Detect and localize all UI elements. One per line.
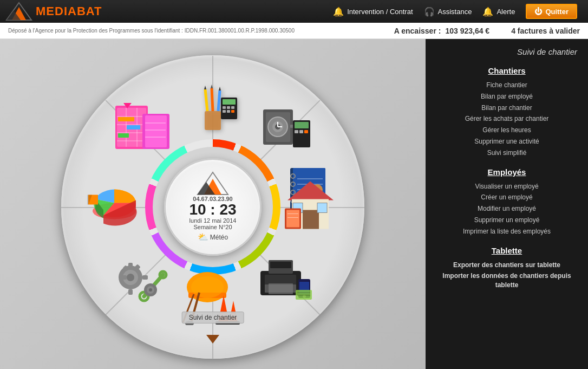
sidebar-item-gerer-achats[interactable]: Gérer les achats par chantier xyxy=(436,113,577,125)
nav-assistance[interactable]: 🎧 Assistance xyxy=(424,7,472,17)
sidebar-section-title-employes: Employés xyxy=(436,167,577,177)
sidebar-title: Suivi de chantier xyxy=(436,47,577,60)
svg-rect-106 xyxy=(145,115,167,147)
svg-rect-78 xyxy=(128,289,133,295)
svg-rect-53 xyxy=(270,262,291,268)
header: MEDIABAT 🔔 Intervention / Contrat 🎧 Assi… xyxy=(0,0,588,23)
svg-rect-17 xyxy=(231,110,234,113)
center-logo-svg xyxy=(197,171,229,196)
sidebar-item-supprimer-employe[interactable]: Supprimer un employé xyxy=(436,215,577,226)
wheel-tooltip-label: Suivi de chantier xyxy=(182,312,244,323)
quit-label: Quitter xyxy=(545,8,569,16)
svg-rect-11 xyxy=(223,99,236,105)
sidebar: Suivi de chantier Chantiers Fiche chanti… xyxy=(426,39,588,369)
seg-top-right[interactable] xyxy=(256,99,316,158)
svg-rect-43 xyxy=(303,210,319,229)
power-icon: ⏻ xyxy=(534,7,542,16)
svg-rect-13 xyxy=(227,106,230,109)
svg-point-64 xyxy=(191,276,224,298)
sidebar-item-supprimer-activite[interactable]: Supprimer une activité xyxy=(436,136,577,147)
nav-intervention[interactable]: 🔔 Intervention / Contrat xyxy=(333,7,413,17)
sidebar-item-visualiser-employe[interactable]: Visualiser un employé xyxy=(436,181,577,192)
svg-rect-12 xyxy=(223,106,226,109)
tagline: Déposé à l'Agence pour la Protection des… xyxy=(8,28,383,34)
sidebar-item-importer-tablette[interactable]: Importer les données de chantiers depuis… xyxy=(436,270,577,291)
main-content: 04.67.03.23.90 10 : 23 lundi 12 mai 2014… xyxy=(0,39,588,369)
amount-label: A encaisser : xyxy=(394,27,441,35)
svg-rect-59 xyxy=(296,290,312,300)
seg-left[interactable] xyxy=(83,176,148,238)
amount-value: 103 923,64 € xyxy=(445,27,489,35)
sidebar-section-chantiers: Chantiers Fiche chantier Bilan par emplo… xyxy=(436,66,577,159)
sidebar-item-creer-employe[interactable]: Créer un employé xyxy=(436,192,577,203)
weather-icon: ⛅ xyxy=(198,232,208,242)
svg-rect-80 xyxy=(142,275,148,280)
center-date: lundi 12 mai 2014 xyxy=(190,217,237,224)
svg-rect-47 xyxy=(286,210,299,228)
seg-top-left[interactable] xyxy=(110,99,175,158)
meteo-label: Météo xyxy=(210,234,228,241)
svg-rect-77 xyxy=(128,263,133,268)
svg-rect-15 xyxy=(223,110,226,113)
nav-links: 🔔 Intervention / Contrat 🎧 Assistance 🔔 … xyxy=(333,4,577,19)
sidebar-item-bilan-employe[interactable]: Bilan par employé xyxy=(436,91,577,102)
wheel-center: 04.67.03.23.90 10 : 23 lundi 12 mai 2014… xyxy=(164,158,262,256)
nav-intervention-label: Intervention / Contrat xyxy=(347,8,413,16)
svg-line-8 xyxy=(218,90,220,111)
svg-rect-101 xyxy=(118,117,134,121)
logo-m: M xyxy=(36,4,46,18)
nav-alerte[interactable]: 🔔 Alerte xyxy=(482,7,515,17)
logo-icon xyxy=(5,2,32,21)
svg-rect-27 xyxy=(295,122,309,128)
svg-rect-30 xyxy=(304,130,308,133)
wheel-container: 04.67.03.23.90 10 : 23 lundi 12 mai 2014… xyxy=(61,55,364,359)
nav-assistance-label: Assistance xyxy=(438,8,472,16)
svg-rect-16 xyxy=(227,110,230,113)
sidebar-section-title-chantiers: Chantiers xyxy=(436,66,577,75)
sidebar-item-imprimer-employes[interactable]: Imprimer la liste des employés xyxy=(436,226,577,237)
logo-text: MEDIABAT xyxy=(36,4,102,18)
svg-marker-41 xyxy=(288,182,334,200)
svg-marker-7 xyxy=(211,85,213,88)
seg-bottom-left[interactable] xyxy=(107,250,172,313)
svg-rect-3 xyxy=(205,111,221,130)
svg-point-88 xyxy=(149,288,152,292)
seg-top[interactable] xyxy=(180,80,245,139)
seg-bottom-right[interactable] xyxy=(251,248,318,313)
nav-alerte-label: Alerte xyxy=(496,8,515,16)
svg-rect-102 xyxy=(127,125,140,130)
center-meteo: ⛅ Météo xyxy=(198,232,228,242)
svg-point-76 xyxy=(127,274,134,281)
svg-rect-28 xyxy=(295,130,298,133)
logo-area: MEDIABAT xyxy=(5,2,125,21)
sidebar-item-modifier-employe[interactable]: Modifier un employé xyxy=(436,203,577,215)
sidebar-section-tablette: Tablette Exporter des chantiers sur tabl… xyxy=(436,246,577,291)
subheader: Déposé à l'Agence pour la Protection des… xyxy=(0,23,588,39)
sidebar-item-suivi-simplifie[interactable]: Suivi simplifié xyxy=(436,147,577,159)
svg-rect-45 xyxy=(317,203,327,213)
svg-rect-103 xyxy=(118,133,129,138)
sidebar-section-employes: Employés Visualiser un employé Créer un … xyxy=(436,167,577,237)
bell-icon-intervention: 🔔 xyxy=(333,7,344,17)
sidebar-item-fiche-chantier[interactable]: Fiche chantier xyxy=(436,80,577,91)
bell-icon-alerte: 🔔 xyxy=(482,7,493,17)
svg-rect-29 xyxy=(299,130,303,133)
sidebar-section-title-tablette: Tablette xyxy=(436,246,577,255)
sidebar-item-bilan-chantier[interactable]: Bilan par chantier xyxy=(436,102,577,114)
svg-line-4 xyxy=(205,89,207,111)
bottom-indicator xyxy=(206,335,219,344)
center-week: Semaine N°20 xyxy=(193,224,232,230)
headset-icon: 🎧 xyxy=(424,7,435,17)
svg-rect-79 xyxy=(121,275,127,280)
center-time: 10 : 23 xyxy=(189,202,236,217)
quit-button[interactable]: ⏻ Quitter xyxy=(526,4,577,19)
amount-area: A encaisser : 103 923,64 € xyxy=(394,27,489,35)
center-area: 04.67.03.23.90 10 : 23 lundi 12 mai 2014… xyxy=(0,39,426,369)
seg-right[interactable] xyxy=(278,176,343,238)
sidebar-item-gerer-heures[interactable]: Gérer les heures xyxy=(436,125,577,136)
logo-name: EDIABAT xyxy=(46,4,102,18)
sidebar-item-exporter-tablette[interactable]: Exporter des chantiers sur tablette xyxy=(436,260,577,271)
svg-marker-5 xyxy=(204,86,206,89)
svg-line-6 xyxy=(212,88,213,111)
svg-rect-55 xyxy=(269,283,293,294)
